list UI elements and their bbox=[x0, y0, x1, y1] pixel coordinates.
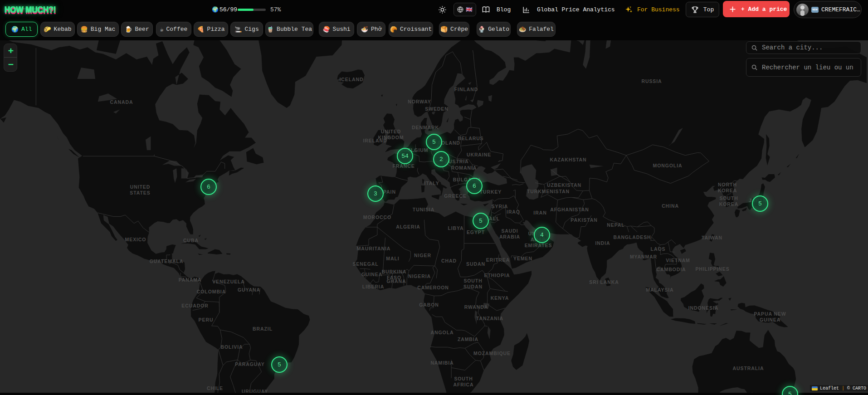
svg-text:SOUTH: SOUTH bbox=[454, 376, 473, 381]
svg-text:AFRICA: AFRICA bbox=[453, 382, 473, 387]
svg-text:SOUTH: SOUTH bbox=[719, 195, 738, 201]
svg-text:CAMBODIA: CAMBODIA bbox=[657, 267, 686, 272]
svg-text:PHILIPPINES: PHILIPPINES bbox=[695, 266, 729, 272]
svg-text:CUBA: CUBA bbox=[183, 238, 199, 243]
svg-text:PAKISTAN: PAKISTAN bbox=[571, 217, 597, 223]
svg-text:MONGOLIA: MONGOLIA bbox=[653, 163, 683, 168]
svg-text:SOUTH: SOUTH bbox=[463, 278, 482, 283]
svg-text:ETHIOPIA: ETHIOPIA bbox=[484, 273, 510, 278]
svg-text:RWANDA: RWANDA bbox=[464, 304, 488, 310]
svg-text:LIBERIA: LIBERIA bbox=[362, 284, 384, 289]
svg-text:GREECE: GREECE bbox=[444, 193, 467, 199]
svg-text:TURKMENISTAN: TURKMENISTAN bbox=[527, 189, 570, 194]
svg-text:ITALY: ITALY bbox=[424, 180, 439, 186]
svg-text:ECUADOR: ECUADOR bbox=[181, 303, 208, 308]
svg-text:TANZANIA: TANZANIA bbox=[476, 316, 503, 321]
svg-text:ARABIA: ARABIA bbox=[499, 234, 520, 239]
svg-text:UZBEKISTAN: UZBEKISTAN bbox=[547, 182, 581, 188]
svg-text:RUSSIA: RUSSIA bbox=[641, 78, 662, 84]
svg-text:DENMARK: DENMARK bbox=[412, 125, 439, 130]
svg-text:EGYPT: EGYPT bbox=[467, 229, 485, 235]
svg-text:ANGOLA: ANGOLA bbox=[431, 330, 454, 335]
svg-text:URUGUAY: URUGUAY bbox=[242, 389, 268, 393]
svg-text:ROMANIA: ROMANIA bbox=[451, 165, 477, 171]
svg-text:MYANMAR: MYANMAR bbox=[630, 254, 657, 259]
svg-text:NORWAY: NORWAY bbox=[408, 99, 431, 104]
svg-text:TAIWAN: TAIWAN bbox=[702, 235, 722, 240]
svg-text:GUYANA: GUYANA bbox=[238, 287, 260, 293]
svg-text:ZAMBIA: ZAMBIA bbox=[458, 336, 478, 342]
svg-text:GHANA: GHANA bbox=[387, 278, 406, 284]
svg-text:IRAN: IRAN bbox=[533, 210, 546, 215]
svg-text:SUDAN: SUDAN bbox=[463, 284, 483, 289]
svg-text:VIETNAM: VIETNAM bbox=[666, 258, 690, 263]
svg-text:SWEDEN: SWEDEN bbox=[425, 106, 449, 112]
svg-text:AFGHANISTAN: AFGHANISTAN bbox=[550, 207, 589, 212]
svg-text:GUINEA: GUINEA bbox=[361, 272, 382, 277]
svg-text:BRAZIL: BRAZIL bbox=[253, 326, 273, 332]
svg-text:CHILE: CHILE bbox=[207, 385, 223, 391]
svg-text:KOREA: KOREA bbox=[718, 188, 737, 193]
svg-text:LIBYA: LIBYA bbox=[448, 225, 463, 231]
svg-text:GUINEA: GUINEA bbox=[760, 317, 780, 322]
svg-text:SENEGAL: SENEGAL bbox=[352, 261, 378, 267]
svg-text:PANAMA: PANAMA bbox=[179, 277, 202, 283]
svg-text:SYRIA: SYRIA bbox=[492, 204, 508, 209]
svg-text:STATES: STATES bbox=[130, 190, 150, 195]
svg-text:NIGERIA: NIGERIA bbox=[408, 273, 431, 279]
svg-text:UNITED: UNITED bbox=[130, 184, 150, 190]
svg-text:UKRAINE: UKRAINE bbox=[467, 152, 491, 157]
svg-text:TUNISIA: TUNISIA bbox=[413, 207, 434, 212]
svg-text:COLOMBIA: COLOMBIA bbox=[197, 289, 226, 294]
svg-text:MALI: MALI bbox=[386, 256, 399, 261]
svg-text:UNITED: UNITED bbox=[381, 129, 401, 134]
svg-text:BANGLADESH: BANGLADESH bbox=[613, 234, 651, 240]
svg-text:MAURITANIA: MAURITANIA bbox=[357, 246, 391, 251]
svg-text:SAUDI: SAUDI bbox=[501, 228, 518, 234]
svg-text:KENYA: KENYA bbox=[491, 295, 509, 301]
svg-text:CANADA: CANADA bbox=[110, 99, 133, 105]
svg-text:NORTH: NORTH bbox=[718, 182, 737, 187]
svg-text:ICELAND: ICELAND bbox=[340, 77, 364, 82]
svg-text:MOROCCO: MOROCCO bbox=[363, 215, 391, 220]
svg-text:KAZAKHSTAN: KAZAKHSTAN bbox=[550, 157, 586, 162]
svg-text:FINLAND: FINLAND bbox=[454, 87, 478, 92]
svg-text:IRELAND: IRELAND bbox=[363, 138, 387, 143]
svg-text:MALAYSIA: MALAYSIA bbox=[646, 287, 673, 293]
svg-text:BURKINA: BURKINA bbox=[382, 269, 407, 274]
svg-text:EMIRATES: EMIRATES bbox=[525, 243, 552, 248]
svg-text:LAOS: LAOS bbox=[651, 246, 666, 252]
svg-text:BELARUS: BELARUS bbox=[458, 136, 483, 141]
svg-text:NEPAL: NEPAL bbox=[607, 222, 624, 228]
svg-text:NIGER: NIGER bbox=[414, 253, 431, 258]
svg-text:SUDAN: SUDAN bbox=[466, 261, 485, 267]
svg-text:NAMIBIA: NAMIBIA bbox=[430, 360, 454, 366]
svg-text:ALGERIA: ALGERIA bbox=[396, 224, 420, 229]
svg-text:KOREA: KOREA bbox=[719, 201, 738, 207]
svg-text:IRAQ: IRAQ bbox=[507, 209, 520, 215]
svg-text:INDONESIA: INDONESIA bbox=[688, 305, 718, 311]
svg-text:CHINA: CHINA bbox=[662, 203, 679, 209]
svg-text:MEXICO: MEXICO bbox=[125, 237, 146, 242]
svg-text:GABON: GABON bbox=[419, 302, 439, 307]
svg-text:YEMEN: YEMEN bbox=[513, 256, 532, 261]
svg-text:BOLIVIA: BOLIVIA bbox=[221, 344, 243, 350]
svg-text:GUATEMALA: GUATEMALA bbox=[150, 258, 183, 264]
svg-text:PAPUA NEW: PAPUA NEW bbox=[754, 311, 786, 317]
svg-text:PARAGUAY: PARAGUAY bbox=[235, 361, 265, 367]
svg-text:INDIA: INDIA bbox=[595, 240, 610, 246]
svg-text:CHAD: CHAD bbox=[441, 258, 457, 263]
svg-text:TURKEY: TURKEY bbox=[480, 189, 502, 195]
svg-text:MOZAMBIQUE: MOZAMBIQUE bbox=[473, 351, 511, 356]
svg-text:AUSTRALIA: AUSTRALIA bbox=[733, 366, 764, 371]
svg-text:CAMEROON: CAMEROON bbox=[417, 285, 449, 290]
svg-text:VENEZUELA: VENEZUELA bbox=[212, 279, 245, 284]
svg-text:PERU: PERU bbox=[199, 317, 214, 322]
svg-text:SRI LANKA: SRI LANKA bbox=[589, 279, 619, 285]
svg-text:ERITREA: ERITREA bbox=[486, 257, 510, 263]
